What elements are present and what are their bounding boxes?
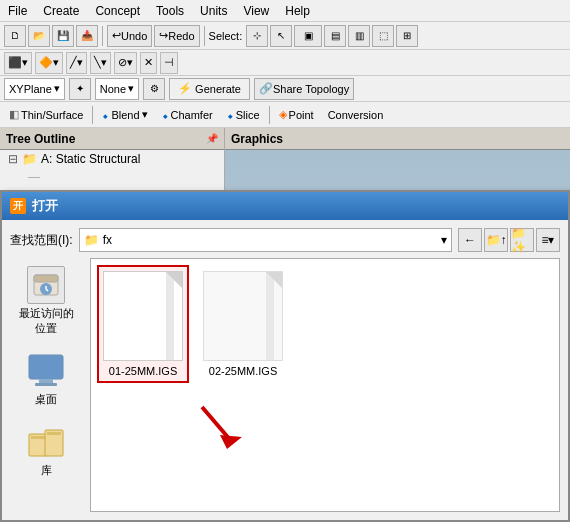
file-item-1[interactable]: 01-25MM.IGS [99, 267, 187, 381]
menu-help[interactable]: Help [281, 2, 314, 20]
chamfer-btn[interactable]: ⬥ Chamfer [157, 104, 218, 126]
collapse-icon: ⊟ [8, 152, 18, 166]
sep2 [204, 26, 205, 46]
sidebar-nav: 最近访问的位置 桌面 [10, 258, 82, 512]
nav-up-btn[interactable]: 📁↑ [484, 228, 508, 252]
graphics-header: Graphics [225, 128, 570, 150]
dialog-titlebar: 开 打开 [2, 192, 568, 220]
file-corner-2 [266, 272, 282, 288]
none-label: None [100, 83, 126, 95]
blend-label: Blend [111, 109, 139, 121]
new-btn[interactable]: 🗋 [4, 25, 26, 47]
pin-icon[interactable]: 📌 [206, 133, 218, 144]
save-btn[interactable]: 💾 [52, 25, 74, 47]
lightning-icon: ⚡ [178, 82, 192, 95]
draw-btn-4[interactable]: ╲▾ [90, 52, 111, 74]
select-mode-6[interactable]: ⬚ [372, 25, 394, 47]
tree-folder-icon: 📁 [22, 152, 37, 166]
select-mode-4[interactable]: ▤ [324, 25, 346, 47]
slice-label: Slice [236, 109, 260, 121]
draw-btn-6[interactable]: ✕ [140, 52, 157, 74]
location-input[interactable]: 📁 fx ▾ [79, 228, 452, 252]
undo-btn[interactable]: ↩ Undo [107, 25, 152, 47]
nav-desktop[interactable]: 桌面 [12, 348, 80, 411]
tree-outline-title: Tree Outline [6, 132, 75, 146]
tree-child-icon: — [28, 170, 40, 184]
open-dialog: 开 打开 查找范围(I): 📁 fx ▾ ← 📁↑ 📁✨ ≡▾ [0, 190, 570, 522]
dialog-body: 查找范围(I): 📁 fx ▾ ← 📁↑ 📁✨ ≡▾ [2, 220, 568, 520]
nav-back-btn[interactable]: ← [458, 228, 482, 252]
file-area: 01-25MM.IGS 02-25MM.IGS [90, 258, 560, 512]
point-label: Point [289, 109, 314, 121]
file-label-2: 02-25MM.IGS [209, 365, 277, 377]
select-mode-7[interactable]: ⊞ [396, 25, 418, 47]
select-mode-2[interactable]: ↖ [270, 25, 292, 47]
menu-tools[interactable]: Tools [152, 2, 188, 20]
location-dropdown-arrow: ▾ [441, 233, 447, 247]
recent-label: 最近访问的位置 [16, 306, 76, 336]
svg-rect-4 [39, 379, 53, 383]
point-btn[interactable]: ◈ Point [274, 104, 319, 126]
toolbar-3: XYPlane ▾ ✦ None ▾ ⚙ ⚡ Generate 🔗 Share … [0, 76, 570, 102]
share-topology-btn[interactable]: 🔗 Share Topology [254, 78, 354, 100]
select-mode-5[interactable]: ▥ [348, 25, 370, 47]
nav-recent[interactable]: 最近访问的位置 [12, 262, 80, 340]
plane-dropdown[interactable]: XYPlane ▾ [4, 78, 65, 100]
draw-btn-2[interactable]: 🔶▾ [35, 52, 63, 74]
import-btn[interactable]: 📥 [76, 25, 98, 47]
menu-create[interactable]: Create [39, 2, 83, 20]
sep4 [269, 106, 270, 124]
dialog-app-icon: 开 [10, 198, 26, 214]
draw-btn-1[interactable]: ⬛▾ [4, 52, 32, 74]
draw-btn-3[interactable]: ╱▾ [66, 52, 87, 74]
select-mode-1[interactable]: ⊹ [246, 25, 268, 47]
tree-item-label: A: Static Structural [41, 152, 140, 166]
sep3 [92, 106, 93, 124]
recent-nav-icon [27, 266, 65, 304]
sep1 [102, 26, 103, 46]
plane-dropdown-arrow: ▾ [54, 82, 60, 95]
open-btn[interactable]: 📂 [28, 25, 50, 47]
slice-btn[interactable]: ⬥ Slice [222, 104, 265, 126]
svg-rect-5 [35, 383, 57, 386]
thin-surface-btn[interactable]: ◧ Thin/Surface [4, 104, 88, 126]
desktop-nav-icon [27, 352, 65, 390]
draw-btn-5[interactable]: ⊘▾ [114, 52, 137, 74]
plane-icon[interactable]: ✦ [69, 78, 91, 100]
location-label: 查找范围(I): [10, 232, 73, 249]
nav-library[interactable]: 库 [12, 419, 80, 482]
generate-button[interactable]: ⚡ Generate [169, 78, 250, 100]
undo-label: Undo [121, 30, 147, 42]
view-toggle-btn[interactable]: ≡▾ [536, 228, 560, 252]
menu-units[interactable]: Units [196, 2, 231, 20]
location-row: 查找范围(I): 📁 fx ▾ ← 📁↑ 📁✨ ≡▾ [10, 228, 560, 252]
draw-btn-7[interactable]: ⊣ [160, 52, 178, 74]
file-item-2[interactable]: 02-25MM.IGS [199, 267, 287, 381]
thin-icon: ◧ [9, 108, 19, 121]
select-label: Select: [209, 30, 243, 42]
settings-icon[interactable]: ⚙ [143, 78, 165, 100]
menu-concept[interactable]: Concept [91, 2, 144, 20]
library-label: 库 [41, 463, 52, 478]
menu-file[interactable]: File [4, 2, 31, 20]
blend-btn[interactable]: ⬥ Blend ▾ [97, 104, 152, 126]
conversion-btn[interactable]: Conversion [323, 104, 389, 126]
thin-label: Thin/Surface [21, 109, 83, 121]
chamfer-icon: ⬥ [162, 109, 169, 121]
create-folder-btn[interactable]: 📁✨ [510, 228, 534, 252]
library-nav-icon [27, 423, 65, 461]
file-icon-1 [103, 271, 183, 361]
blend-arrow: ▾ [142, 108, 148, 121]
tree-root-item[interactable]: ⊟ 📁 A: Static Structural [0, 150, 224, 168]
blend-icon: ⬥ [102, 109, 109, 121]
menu-view[interactable]: View [239, 2, 273, 20]
tree-outline-header: Tree Outline 📌 [0, 128, 224, 150]
svg-rect-2 [29, 355, 63, 379]
conversion-label: Conversion [328, 109, 384, 121]
toolbar-4: ◧ Thin/Surface ⬥ Blend ▾ ⬥ Chamfer ⬥ Sli… [0, 102, 570, 128]
redo-btn[interactable]: ↪ Redo [154, 25, 199, 47]
select-mode-3[interactable]: ▣ [294, 25, 322, 47]
tree-child-item[interactable]: — [0, 168, 224, 186]
toolbar-2: ⬛▾ 🔶▾ ╱▾ ╲▾ ⊘▾ ✕ ⊣ [0, 50, 570, 76]
none-dropdown[interactable]: None ▾ [95, 78, 139, 100]
